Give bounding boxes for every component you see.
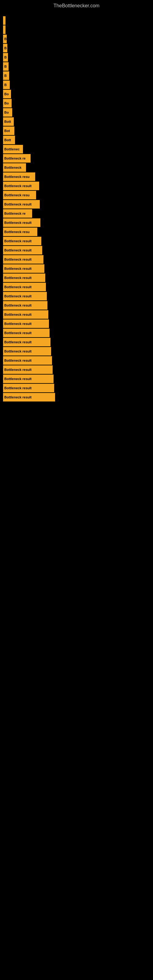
bar-row: Bottleneck result — [3, 375, 153, 383]
bar-item: Bottleneck result — [3, 246, 42, 255]
bar-row: B — [3, 53, 153, 62]
bar-row: Bottleneck result — [3, 218, 153, 227]
bar-item: Bottleneck result — [3, 200, 40, 208]
bar-label: Bottleneck re — [4, 212, 26, 215]
bar-item: Bottleneck result — [3, 218, 40, 227]
bar-row: B — [3, 62, 153, 71]
bar-item: B — [3, 62, 9, 71]
bar-row: Bottleneck result — [3, 338, 153, 346]
bar-item: Bo — [3, 108, 12, 117]
bar-row: Bottleneck result — [3, 264, 153, 273]
bar-item — [3, 16, 5, 25]
bar-row: Bo — [3, 108, 153, 117]
bar-label: Bottleneck result — [4, 386, 32, 390]
bar-label: Bottleneck result — [4, 248, 32, 252]
bar-row: Bottleneck result — [3, 246, 153, 255]
bar-row: Bo — [3, 99, 153, 108]
bar-row: Bottleneck result — [3, 255, 153, 264]
bar-item: Bottleneck result — [3, 347, 51, 356]
bar-row: Bottleneck result — [3, 292, 153, 301]
bar-label: B — [4, 65, 7, 68]
bar-label: B — [4, 37, 7, 41]
bar-row: Bottleneck result — [3, 301, 153, 310]
bar-item: Bottleneck result — [3, 264, 45, 273]
bar-item: Bott — [3, 136, 15, 144]
bar-row: Bo — [3, 90, 153, 98]
bar-row: B — [3, 44, 153, 52]
bar-label: Bottleneck result — [4, 304, 32, 307]
bar-row: Bottleneck re — [3, 154, 153, 162]
bar-label: Bottleneck resu — [4, 175, 30, 178]
bar-label: Bottleneck result — [4, 184, 32, 188]
bar-label: B — [4, 56, 7, 59]
bar-row: Bottleneck result — [3, 329, 153, 337]
bar-row: Bottlenec — [3, 145, 153, 153]
bar-item: Bottleneck result — [3, 310, 48, 319]
bar-label: Bottleneck result — [4, 267, 32, 270]
bar-label: Bottleneck result — [4, 340, 32, 344]
bar-label: Bottleneck result — [4, 285, 32, 289]
bar-label: B — [4, 46, 7, 50]
bar-label: Bottleneck resu — [4, 230, 30, 234]
bar-row: Bott — [3, 117, 153, 126]
bar-item: B — [3, 35, 7, 43]
bar-row: Bottleneck result — [3, 347, 153, 356]
bar-label: Bo — [4, 101, 9, 105]
bar-label: Bottleneck result — [4, 313, 32, 317]
bar-row: Bottleneck result — [3, 356, 153, 365]
bar-item: Bottleneck resu — [3, 228, 37, 236]
bar-item: Bottleneck result — [3, 384, 54, 392]
bar-item: Bottleneck re — [3, 154, 30, 162]
bar-item: Bottleneck result — [3, 292, 47, 301]
bar-label: Bottleneck result — [4, 221, 32, 224]
bar-row — [3, 25, 153, 34]
bar-label: Bottleneck result — [4, 202, 32, 206]
bar-item: Bot — [3, 126, 14, 135]
bar-item: Bottleneck result — [3, 301, 48, 310]
bar-label: Bottleneck result — [4, 377, 32, 381]
bar-label: Bottleneck re — [4, 156, 26, 160]
bar-row: Bottleneck resu — [3, 228, 153, 236]
bar-row: Bottleneck re — [3, 209, 153, 218]
bar-item: Bottleneck result — [3, 393, 55, 401]
bar-item: B — [3, 44, 7, 52]
bar-row: B — [3, 35, 153, 43]
bar-item: B — [3, 53, 8, 62]
bar-label: Bottleneck result — [4, 322, 32, 326]
bar-row: Bottleneck result — [3, 365, 153, 374]
bar-item: Bottleneck result — [3, 329, 49, 337]
bar-item: Bottleneck result — [3, 181, 39, 190]
bar-label: Bottleneck result — [4, 239, 32, 243]
bar-label: Bottleneck result — [4, 368, 32, 371]
bar-label: Bottleneck resu — [4, 193, 30, 197]
bar-row: B — [3, 72, 153, 80]
bar-row: Bottleneck result — [3, 274, 153, 282]
bar-row: Bott — [3, 136, 153, 144]
bar-item: Bottleneck resu — [3, 191, 36, 199]
bar-item: Bottleneck result — [3, 274, 45, 282]
bar-item: Bo — [3, 99, 12, 108]
bar-label: Bottleneck result — [4, 331, 32, 335]
bar-label: Bottleneck result — [4, 359, 32, 362]
bar-item: B — [3, 72, 9, 80]
bar-row: Bottleneck result — [3, 237, 153, 245]
bar-row: Bottleneck — [3, 163, 153, 172]
bar-row — [3, 16, 153, 25]
bar-label: Bottleneck result — [4, 395, 32, 399]
bar-item: B — [3, 81, 10, 89]
bar-label: Bo — [4, 92, 9, 96]
bar-label: Bottleneck result — [4, 350, 32, 353]
bar-label: B — [4, 74, 7, 78]
bar-row: Bottleneck result — [3, 384, 153, 392]
bar-label: Bottleneck result — [4, 258, 32, 261]
bar-row: Bottleneck result — [3, 393, 153, 401]
bar-item: Bottleneck — [3, 163, 26, 172]
site-title-container: TheBottlenecker.com — [0, 0, 153, 10]
bar-row: Bottleneck result — [3, 200, 153, 208]
bar-item: Bottleneck result — [3, 283, 46, 291]
bar-label: Bot — [4, 129, 10, 133]
bar-item: Bottleneck result — [3, 237, 41, 245]
bar-item: Bottleneck result — [3, 356, 52, 365]
bar-row: Bottleneck result — [3, 310, 153, 319]
bar-item: Bottleneck result — [3, 365, 53, 374]
